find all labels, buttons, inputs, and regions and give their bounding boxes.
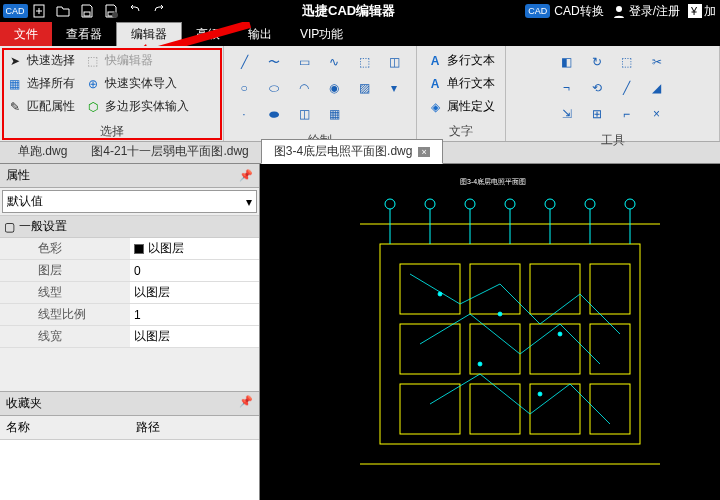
tool-2-icon[interactable]: ↻ <box>587 52 607 72</box>
img-icon[interactable]: ◫ <box>294 104 314 124</box>
text-a2-icon: A <box>427 76 443 92</box>
cad-convert-button[interactable]: CAD CAD转换 <box>525 3 603 20</box>
prop-row-color[interactable]: 色彩以图层 <box>0 238 259 260</box>
line-icon[interactable]: ╱ <box>234 52 254 72</box>
svg-point-5 <box>112 12 118 18</box>
svg-rect-16 <box>530 324 580 374</box>
svg-rect-13 <box>590 264 630 314</box>
prop-row-lineweight[interactable]: 线宽以图层 <box>0 326 259 348</box>
menu-output[interactable]: 输出 <box>234 22 286 46</box>
menu-file[interactable]: 文件 <box>0 22 52 46</box>
favorites-columns: 名称 路径 <box>0 416 259 440</box>
region-icon[interactable]: ⬚ <box>354 52 374 72</box>
saveas-icon[interactable] <box>100 2 122 20</box>
tool-5-icon[interactable]: ¬ <box>557 78 577 98</box>
ribbon-label-selection: 选择 <box>100 123 124 140</box>
more-icon[interactable]: ▾ <box>384 78 404 98</box>
tool-10-icon[interactable]: ⊞ <box>587 104 607 124</box>
favorites-header: 收藏夹 📌 <box>0 391 259 416</box>
tool-8-icon[interactable]: ◢ <box>647 78 667 98</box>
text-a-icon: A <box>427 53 443 69</box>
tools-grid: ◧ ↻ ⬚ ✂ ¬ ⟲ ╱ ◢ ⇲ ⊞ ⌐ × <box>557 52 669 124</box>
cad-badge-icon: CAD <box>525 4 550 18</box>
ellipse2-icon[interactable]: ⬬ <box>264 104 284 124</box>
close-tab-icon[interactable]: × <box>418 147 429 157</box>
collapse-icon: ▢ <box>4 220 15 234</box>
currency-icon[interactable]: ¥ 加 <box>688 3 716 20</box>
svg-rect-12 <box>530 264 580 314</box>
singleline-text-button[interactable]: A单行文本 <box>427 75 495 92</box>
pin-icon-2[interactable]: 📌 <box>239 395 253 412</box>
hexagon-icon: ⬡ <box>85 99 101 115</box>
menu-viewer[interactable]: 查看器 <box>52 22 116 46</box>
tab-doc-1[interactable]: 单跑.dwg <box>6 140 79 163</box>
attr-def-button[interactable]: ◈属性定义 <box>427 98 495 115</box>
ribbon-label-text: 文字 <box>449 123 473 140</box>
polygon-entity-input[interactable]: ⬡多边形实体输入 <box>85 98 189 115</box>
tool-4-icon[interactable]: ✂ <box>647 52 667 72</box>
svg-rect-20 <box>530 384 580 434</box>
tool-12-icon[interactable]: × <box>647 104 667 124</box>
quick-editor: ⬚快编辑器 <box>85 52 153 69</box>
tool-11-icon[interactable]: ⌐ <box>617 104 637 124</box>
rect-icon[interactable]: ▭ <box>294 52 314 72</box>
curve-icon[interactable]: ∿ <box>324 52 344 72</box>
svg-point-26 <box>558 332 562 336</box>
tool-7-icon[interactable]: ╱ <box>617 78 637 98</box>
pin-icon[interactable]: 📌 <box>239 169 253 182</box>
workspace: 属性 📌 默认值 ▾ ▢一般设置 色彩以图层 图层0 线型以图层 线型比例1 线… <box>0 164 720 500</box>
login-button[interactable]: 登录/注册 <box>612 3 680 20</box>
prop-row-linetype[interactable]: 线型以图层 <box>0 282 259 304</box>
open-file-icon[interactable] <box>52 2 74 20</box>
svg-rect-3 <box>84 12 90 16</box>
svg-rect-21 <box>590 384 630 434</box>
multiline-text-button[interactable]: A多行文本 <box>427 52 495 69</box>
save-icon[interactable] <box>76 2 98 20</box>
draw-tools-grid: ╱ 〜 ▭ ∿ ⬚ ◫ ○ ⬭ ◠ ◉ ▨ ▾ · ⬬ ◫ ▦ <box>234 52 406 124</box>
svg-text:图3-4底层电照平面图: 图3-4底层电照平面图 <box>460 178 526 186</box>
fill-icon[interactable]: ▨ <box>354 78 374 98</box>
drawing-canvas[interactable]: 图3-4底层电照平面图 <box>260 164 720 500</box>
new-file-icon[interactable] <box>28 2 50 20</box>
tool-6-icon[interactable]: ⟲ <box>587 78 607 98</box>
svg-rect-9 <box>380 244 640 444</box>
quick-entity-import[interactable]: ⊕快速实体导入 <box>85 75 177 92</box>
section-general[interactable]: ▢一般设置 <box>0 215 259 238</box>
redo-icon[interactable] <box>148 2 170 20</box>
prop-row-layer[interactable]: 图层0 <box>0 260 259 282</box>
color-swatch <box>134 244 144 254</box>
col-name[interactable]: 名称 <box>0 416 130 439</box>
menu-advanced[interactable]: 高级 <box>182 22 234 46</box>
tool-1-icon[interactable]: ◧ <box>557 52 577 72</box>
select-all[interactable]: ▦选择所有 <box>7 75 75 92</box>
app-logo-icon[interactable]: CAD <box>4 2 26 20</box>
svg-text:¥: ¥ <box>690 5 698 17</box>
svg-point-25 <box>498 312 502 316</box>
favorites-list <box>0 440 259 500</box>
tab-doc-3[interactable]: 图3-4底层电照平面图.dwg× <box>261 139 443 164</box>
tool-3-icon[interactable]: ⬚ <box>617 52 637 72</box>
prop-row-linescale[interactable]: 线型比例1 <box>0 304 259 326</box>
disc-icon[interactable]: ◉ <box>324 78 344 98</box>
match-properties[interactable]: ✎匹配属性 <box>7 98 75 115</box>
menu-editor[interactable]: 编辑器 <box>116 22 182 46</box>
svg-point-30 <box>385 199 395 209</box>
menu-vip[interactable]: VIP功能 <box>286 22 357 46</box>
svg-rect-17 <box>590 324 630 374</box>
properties-dropdown[interactable]: 默认值 ▾ <box>2 190 257 213</box>
import-icon: ⊕ <box>85 76 101 92</box>
tool-9-icon[interactable]: ⇲ <box>557 104 577 124</box>
svg-rect-15 <box>470 324 520 374</box>
undo-icon[interactable] <box>124 2 146 20</box>
col-path[interactable]: 路径 <box>130 416 260 439</box>
point-icon[interactable]: · <box>234 104 254 124</box>
tab-doc-2[interactable]: 图4-21十一层弱电平面图.dwg <box>79 140 260 163</box>
ellipse-icon[interactable]: ⬭ <box>264 78 284 98</box>
arc-icon[interactable]: ◠ <box>294 78 314 98</box>
circle-icon[interactable]: ○ <box>234 78 254 98</box>
polyline-icon[interactable]: 〜 <box>264 52 284 72</box>
svg-point-36 <box>505 199 515 209</box>
layer-icon[interactable]: ◫ <box>384 52 404 72</box>
table-icon[interactable]: ▦ <box>324 104 344 124</box>
quick-select[interactable]: ➤快速选择 <box>7 52 75 69</box>
